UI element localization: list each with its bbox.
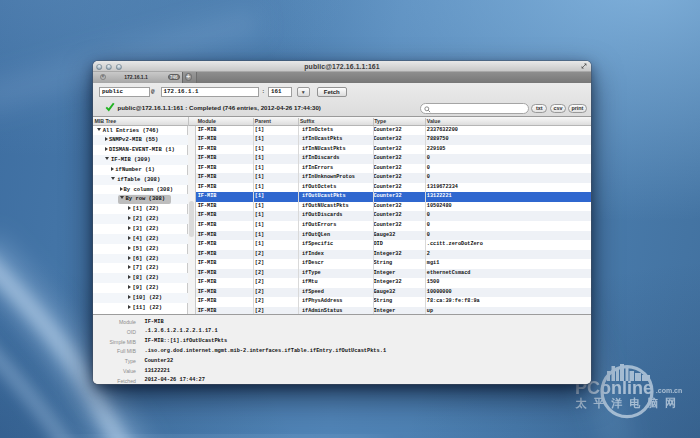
- svg-text:太平洋电脑网: 太平洋电脑网: [575, 397, 683, 409]
- svg-text:.com.cn: .com.cn: [656, 387, 682, 394]
